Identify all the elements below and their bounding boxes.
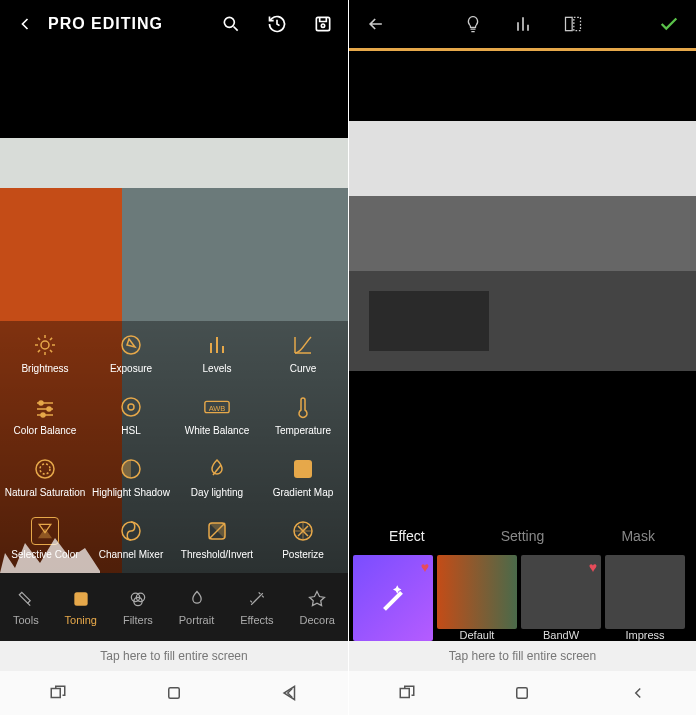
brightness-icon (31, 331, 59, 359)
svg-rect-19 (74, 592, 87, 605)
levels-icon[interactable] (512, 13, 534, 35)
svg-rect-23 (51, 689, 60, 698)
save-icon[interactable] (312, 13, 334, 35)
svg-point-8 (122, 398, 140, 416)
svg-point-3 (41, 341, 49, 349)
filters-icon (127, 588, 149, 610)
tab-effects[interactable]: Effects (240, 588, 273, 626)
effects-icon (246, 588, 268, 610)
hint-icon[interactable] (462, 13, 484, 35)
effect-screen: hello Effect Setting Mask ♥ Default ♥ Ba… (348, 0, 696, 715)
nav-recents-icon[interactable] (397, 683, 417, 703)
compare-icon[interactable] (562, 13, 584, 35)
svg-rect-15 (294, 460, 312, 478)
tool-brightness[interactable]: Brightness (2, 327, 88, 379)
svg-point-2 (321, 24, 324, 27)
nav-back-icon[interactable] (280, 683, 300, 703)
tools-icon (15, 588, 37, 610)
tool-channel-mixer[interactable]: Channel Mixer (88, 513, 174, 565)
nav-recents-icon[interactable] (48, 683, 68, 703)
effect-thumb (437, 555, 517, 629)
tool-exposure[interactable]: Exposure (88, 327, 174, 379)
svg-text:AWB: AWB (209, 404, 226, 413)
temperature-icon (289, 393, 317, 421)
effect-row[interactable]: ♥ Default ♥ BandW Impress (349, 555, 696, 641)
svg-rect-27 (400, 689, 409, 698)
nav-home-icon[interactable] (512, 683, 532, 703)
posterize-icon (289, 517, 317, 545)
photo-canvas[interactable]: hello (349, 51, 696, 517)
exposure-icon (117, 331, 145, 359)
tool-white-balance[interactable]: AWB White Balance (174, 389, 260, 441)
tab-portrait[interactable]: Portrait (179, 588, 214, 626)
decorate-icon (306, 588, 328, 610)
fill-screen-hint[interactable]: Tap here to fill entire screen (0, 641, 348, 671)
svg-rect-26 (573, 17, 580, 30)
threshold-invert-icon (203, 517, 231, 545)
curve-icon (289, 331, 317, 359)
page-title: PRO EDITING (48, 15, 220, 33)
tab-decorate[interactable]: Decora (300, 588, 335, 626)
search-icon[interactable] (220, 13, 242, 35)
tool-highlight-shadow[interactable]: Highlight Shadow (88, 451, 174, 503)
nav-back-icon[interactable] (628, 683, 648, 703)
system-navbar (0, 671, 348, 715)
tool-day-lighting[interactable]: Day lighting (174, 451, 260, 503)
svg-point-9 (128, 404, 134, 410)
photo-canvas[interactable]: Brightness Exposure Levels Curve Co (0, 48, 348, 573)
topbar (349, 0, 696, 48)
highlight-shadow-icon (117, 455, 145, 483)
gradient-map-icon (289, 455, 317, 483)
tool-color-balance[interactable]: Color Balance (2, 389, 88, 441)
effect-default[interactable]: Default (437, 555, 517, 641)
white-balance-icon: AWB (203, 393, 231, 421)
effect-thumb: ♥ (521, 555, 601, 629)
bottom-tabs: Tools Toning Filters Portrait Effects De… (0, 573, 348, 641)
svg-point-6 (47, 407, 51, 411)
tab-filters[interactable]: Filters (123, 588, 153, 626)
svg-rect-25 (565, 17, 572, 30)
topbar: PRO EDITING (0, 0, 348, 48)
histogram-icon (0, 533, 100, 573)
tab-mask[interactable]: Mask (580, 528, 696, 544)
nav-home-icon[interactable] (164, 683, 184, 703)
tool-levels[interactable]: Levels (174, 327, 260, 379)
tab-tools[interactable]: Tools (13, 588, 39, 626)
svg-point-5 (39, 401, 43, 405)
pro-editing-screen: PRO EDITING Brightness (0, 0, 348, 715)
tool-threshold-invert[interactable]: Threshold/Invert (174, 513, 260, 565)
tool-temperature[interactable]: Temperature (260, 389, 346, 441)
tool-natural-saturation[interactable]: Natural Saturation (2, 451, 88, 503)
tool-curve[interactable]: Curve (260, 327, 346, 379)
tab-setting[interactable]: Setting (465, 528, 581, 544)
confirm-icon[interactable] (658, 13, 680, 35)
channel-mixer-icon (117, 517, 145, 545)
watermark-text: hello (379, 329, 402, 341)
tab-effect[interactable]: Effect (349, 528, 465, 544)
back-icon[interactable] (365, 13, 387, 35)
wand-icon: ♥ (353, 555, 433, 641)
day-lighting-icon (203, 455, 231, 483)
history-icon[interactable] (266, 13, 288, 35)
fill-screen-hint[interactable]: Tap here to fill entire screen (349, 641, 696, 671)
effect-bandw[interactable]: ♥ BandW (521, 555, 601, 641)
system-navbar (349, 671, 696, 715)
hsl-icon (117, 393, 145, 421)
effect-thumb (605, 555, 685, 629)
heart-icon: ♥ (589, 559, 597, 575)
tab-toning[interactable]: Toning (65, 588, 97, 626)
effect-wand[interactable]: ♥ (353, 555, 433, 641)
tool-gradient-map[interactable]: Gradient Map (260, 451, 346, 503)
svg-point-4 (122, 336, 140, 354)
tool-hsl[interactable]: HSL (88, 389, 174, 441)
svg-point-12 (36, 460, 54, 478)
levels-icon (203, 331, 231, 359)
svg-point-7 (41, 413, 45, 417)
tool-posterize[interactable]: Posterize (260, 513, 346, 565)
color-balance-icon (31, 393, 59, 421)
back-icon[interactable] (14, 13, 36, 35)
svg-point-13 (40, 464, 50, 474)
toning-icon (70, 588, 92, 610)
svg-rect-28 (517, 688, 528, 699)
effect-impress[interactable]: Impress (605, 555, 685, 641)
